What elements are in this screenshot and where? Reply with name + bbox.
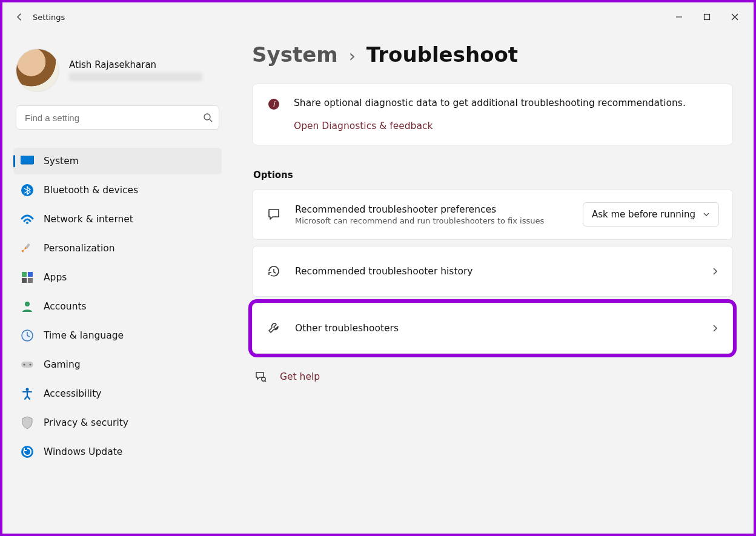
options-heading: Options [253,170,733,180]
card-title: Recommended troubleshooter history [295,266,473,277]
card-title: Other troubleshooters [295,323,399,334]
user-email-blurred [69,73,202,81]
apps-icon [21,271,34,284]
svg-line-21 [265,380,266,382]
window-controls [665,7,749,27]
svg-rect-15 [21,362,33,368]
search-input-wrapper[interactable] [16,105,219,130]
dropdown-value: Ask me before running [592,209,695,220]
svg-point-2 [204,114,210,120]
shield-icon [21,416,34,429]
content-area: System › Troubleshoot i Share optional d… [233,31,754,534]
title-bar: Settings [2,2,754,31]
banner-message: Share optional diagnostic data to get ad… [294,98,686,108]
maximize-button[interactable] [693,7,721,27]
chevron-right-icon [711,324,719,333]
svg-rect-9 [22,272,27,277]
card-title: Recommended troubleshooter preferences [295,204,544,215]
paintbrush-icon [21,242,34,255]
nav-label: Accounts [44,301,87,312]
svg-point-20 [262,377,265,381]
wifi-icon [21,213,34,226]
avatar [16,48,59,92]
info-icon: i [268,99,279,110]
svg-rect-11 [22,278,27,283]
nav-network[interactable]: Network & internet [13,206,222,233]
nav-label: Network & internet [44,214,133,225]
svg-line-3 [210,119,212,122]
history-icon [266,264,282,279]
nav-bluetooth[interactable]: Bluetooth & devices [13,177,222,203]
breadcrumb: System › Troubleshoot [252,42,733,67]
nav-system[interactable]: System [13,148,222,174]
page-title: Troubleshoot [366,42,518,67]
system-icon [21,154,34,168]
chevron-down-icon [703,211,710,218]
nav-time-language[interactable]: Time & language [13,322,222,349]
nav-privacy[interactable]: Privacy & security [13,409,222,436]
nav-accounts[interactable]: Accounts [13,293,222,320]
nav-label: Bluetooth & devices [44,185,138,196]
back-button[interactable] [7,12,31,22]
minimize-button[interactable] [665,7,693,27]
nav-label: System [44,156,79,167]
breadcrumb-root[interactable]: System [252,42,338,67]
nav-accessibility[interactable]: Accessibility [13,380,222,407]
svg-rect-12 [28,278,33,283]
open-diagnostics-link[interactable]: Open Diagnostics & feedback [294,121,433,131]
nav-label: Apps [44,272,67,283]
recommended-preferences-card: Recommended troubleshooter preferences M… [252,189,733,240]
nav-label: Windows Update [44,446,122,457]
nav-label: Time & language [44,330,124,341]
search-icon [197,113,219,122]
svg-point-13 [25,302,30,306]
user-name: Atish Rajasekharan [69,59,202,70]
search-input[interactable] [16,113,197,123]
svg-rect-1 [705,15,710,20]
svg-rect-4 [21,156,34,164]
nav-label: Privacy & security [44,417,128,428]
nav-label: Gaming [44,359,81,370]
close-button[interactable] [721,7,749,27]
nav-windows-update[interactable]: Windows Update [13,438,222,465]
gamepad-icon [21,358,34,371]
user-account-row[interactable]: Atish Rajasekharan [16,48,223,92]
svg-point-17 [29,363,31,365]
nav-gaming[interactable]: Gaming [13,351,222,378]
chat-icon [266,207,282,222]
chevron-right-icon: › [349,46,356,66]
help-icon [254,371,267,383]
preferences-dropdown[interactable]: Ask me before running [583,202,719,227]
troubleshooter-history-card[interactable]: Recommended troubleshooter history [252,246,733,297]
chevron-right-icon [711,267,719,276]
svg-point-7 [26,222,28,224]
nav-personalization[interactable]: Personalization [13,235,222,262]
svg-point-16 [23,363,25,365]
nav-label: Accessibility [44,388,101,399]
wrench-icon [266,321,282,336]
accessibility-icon [21,387,34,400]
get-help-row[interactable]: Get help [252,371,733,383]
sidebar: Atish Rajasekharan System Bluetooth & de… [2,31,233,534]
svg-rect-10 [28,272,33,277]
person-icon [21,300,34,313]
nav-label: Personalization [44,243,115,254]
diagnostic-banner: i Share optional diagnostic data to get … [252,84,733,145]
nav-menu: System Bluetooth & devices Network & int… [12,148,223,465]
window-title: Settings [33,13,65,22]
get-help-link[interactable]: Get help [280,371,320,382]
bluetooth-icon [21,184,34,197]
nav-apps[interactable]: Apps [13,264,222,291]
clock-globe-icon [21,329,34,342]
other-troubleshooters-card[interactable]: Other troubleshooters [252,303,733,354]
update-icon [21,445,34,458]
card-subtitle: Microsoft can recommend and run troubles… [295,216,544,225]
svg-point-18 [26,388,29,391]
